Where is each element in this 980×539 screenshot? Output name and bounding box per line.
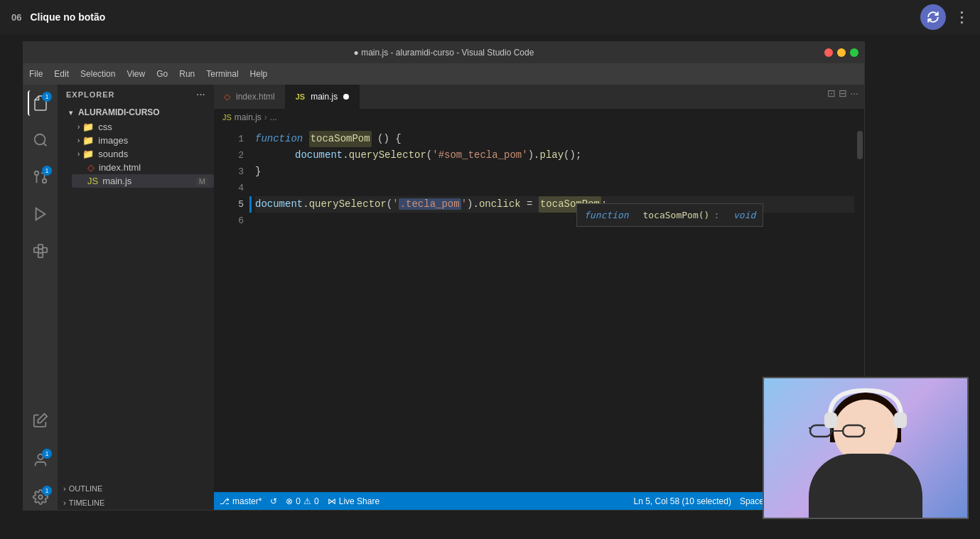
camera-feed (763, 377, 969, 519)
folder-css[interactable]: › 📁 css (72, 120, 214, 134)
tab-bar: ◇ index.html JS main.js ⊡ ⊟ ··· (214, 85, 864, 110)
maximize-icon[interactable] (850, 48, 858, 57)
folder-children: › 📁 css › 📁 images › 📁 sounds (63, 120, 214, 188)
document-ref: document (295, 147, 343, 164)
menu-run[interactable]: Run (179, 69, 195, 79)
project-root[interactable]: ▾ ALURAMIDI-CURSO (63, 105, 214, 120)
headphones-icon (823, 387, 908, 429)
code-line-3: } (255, 164, 864, 180)
settings-icon[interactable]: 1 (28, 484, 53, 510)
sidebar-header: Explorer ··· (58, 85, 214, 105)
folder-sounds[interactable]: › 📁 sounds (72, 147, 214, 161)
method-queryselector: querySelector (349, 147, 426, 164)
settings-badge: 1 (42, 486, 52, 496)
lesson-title: Clique no botão (30, 11, 105, 23)
menu-selection[interactable]: Selection (80, 69, 115, 79)
file-main-js[interactable]: JS main.js M (72, 174, 214, 188)
more-actions-icon[interactable]: ··· (850, 87, 858, 99)
sync-button[interactable]: ↺ (270, 496, 277, 506)
file-modified-badge: M (196, 177, 208, 186)
source-control-icon[interactable]: 1 (28, 164, 53, 190)
source-control-badge: 1 (42, 166, 52, 176)
chevron-right-icon: › (63, 498, 66, 507)
live-share-icon: ⋈ (328, 496, 336, 506)
explorer-icon[interactable]: 1 (28, 90, 53, 116)
file-index-html[interactable]: ◇ index.html (72, 161, 214, 174)
svg-point-1 (43, 179, 47, 183)
minimize-icon[interactable] (837, 48, 846, 57)
close-brace: } (255, 164, 261, 180)
breadcrumb-dots: ... (270, 112, 277, 122)
run-debug-icon[interactable] (28, 201, 53, 227)
menu-go[interactable]: Go (156, 69, 168, 79)
menu-help[interactable]: Help (250, 69, 268, 79)
breadcrumb-sep: › (264, 112, 267, 122)
timeline-section[interactable]: › TIMELINE (58, 496, 214, 510)
paren-close-2: ). (467, 196, 479, 213)
top-bar: 06 Clique no botão ⋮ (0, 0, 980, 34)
remote-icon[interactable] (28, 407, 53, 433)
string-val: '#som_tecla_pom' (432, 147, 527, 164)
tooltip-keyword: function (584, 207, 629, 223)
avatar-icon[interactable]: 1 (28, 447, 53, 473)
scrollbar-thumb[interactable] (857, 131, 863, 159)
svg-marker-9 (38, 414, 47, 423)
project-name: ALURAMIDI-CURSO (78, 107, 160, 117)
layout-icon[interactable]: ⊟ (839, 87, 847, 99)
tab-main-js[interactable]: JS main.js (286, 85, 360, 109)
menu-view[interactable]: View (126, 69, 145, 79)
explorer-label: Explorer (66, 90, 115, 99)
line-num-3: 3 (214, 164, 244, 180)
autocomplete-tooltip: function tocaSomPom(): void (576, 203, 763, 227)
chevron-right-icon: › (63, 484, 66, 493)
git-branch[interactable]: ⎇ master* (220, 496, 262, 506)
close-icon[interactable] (824, 48, 833, 57)
tooltip-fn-name: tocaSomPom() (642, 207, 709, 223)
error-icon: ⊗ (286, 496, 293, 506)
explorer-badge: 1 (42, 92, 52, 102)
file-main-label: main.js (102, 176, 131, 186)
method-onclick: onclick (479, 196, 521, 213)
title-bar: ● main.js - aluramidi-curso - Visual Stu… (23, 42, 864, 63)
split-editor-icon[interactable]: ⊡ (827, 87, 836, 99)
tab-index-label: index.html (236, 92, 275, 102)
equals-op: = (527, 196, 532, 213)
timeline-label: TIMELINE (69, 498, 105, 507)
git-branch-icon: ⎇ (220, 496, 230, 506)
errors-indicator[interactable]: ⊗ 0 ⚠ 0 (286, 496, 318, 506)
tab-index-html[interactable]: ◇ index.html (214, 85, 286, 109)
menu-file[interactable]: File (29, 69, 43, 79)
menu-terminal[interactable]: Terminal (206, 69, 238, 79)
paren-open: ( (426, 147, 432, 164)
folder-images[interactable]: › 📁 images (72, 134, 214, 147)
method-queryselector-2: querySelector (309, 196, 387, 213)
js-tab-icon: JS (296, 92, 305, 101)
document-ref-2: document (255, 196, 303, 213)
folder-images-label: images (98, 135, 128, 146)
code-line-2: document.querySelector('#som_tecla_pom')… (255, 147, 864, 164)
paren-open-2: ( (387, 196, 392, 213)
person-shape (764, 378, 967, 518)
cursor-position[interactable]: Ln 5, Col 58 (10 selected) (634, 496, 731, 506)
outline-section[interactable]: › OUTLINE (58, 481, 214, 496)
tooltip-colon: : (714, 207, 719, 223)
extensions-icon[interactable] (28, 238, 53, 264)
line-num-2: 2 (214, 147, 244, 164)
svg-rect-17 (824, 412, 837, 428)
branch-name: master* (232, 496, 262, 506)
avatar-badge: 1 (42, 449, 52, 459)
window-title: ● main.js - aluramidi-curso - Visual Stu… (354, 48, 534, 58)
sidebar-more-icon[interactable]: ··· (197, 90, 205, 99)
more-options-icon[interactable]: ⋮ (954, 9, 969, 26)
lesson-number: 06 (11, 12, 21, 23)
html-tab-icon: ◇ (224, 92, 230, 102)
svg-point-11 (38, 495, 43, 499)
refresh-button[interactable] (920, 4, 946, 30)
string-val-2: '.tecla_pom' (392, 196, 467, 213)
search-icon[interactable] (28, 127, 53, 153)
menu-edit[interactable]: Edit (54, 69, 69, 79)
error-count: 0 (296, 496, 301, 506)
live-share-button[interactable]: ⋈ Live Share (328, 496, 379, 506)
person-body (809, 454, 922, 518)
code-line-5: document.querySelector('.tecla_pom').onc… (255, 196, 864, 213)
